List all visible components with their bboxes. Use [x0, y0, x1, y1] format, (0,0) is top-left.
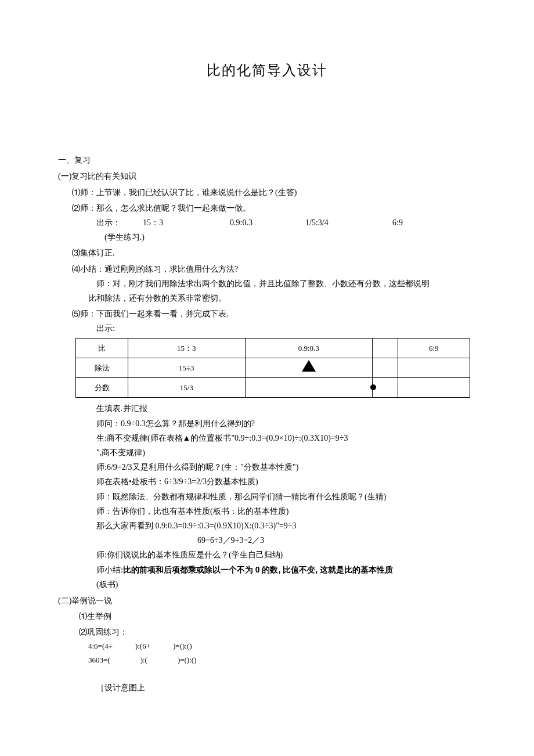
item-3: ⑶集体订正. [72, 246, 476, 260]
para-summary: 师小结:比的前项和后项都乘或除以一个不为 0 的数, 比值不变, 这就是比的基本… [96, 563, 476, 577]
table-row: 比 15：3 0.9:0.3 6:9 [76, 339, 470, 358]
cell-triangle [245, 358, 372, 378]
item-4-line-a: 师：对，刚才我们用除法求出两个数的比值，并且比值除了整数、小数还有分数，这些都说… [96, 276, 476, 291]
para-teacher-q3: 师:你们说说比的基本性质应是什么？(学生自己归纳) [96, 548, 476, 562]
para-board-note: (板书) [96, 577, 476, 592]
example-ratio-4: 6:9 [392, 215, 403, 230]
section-1-heading: 一、复习 [58, 153, 476, 167]
item-5: ⑸师：下面我们一起来看一看，并完成下表. [72, 307, 476, 321]
show-label: 出示： [96, 215, 143, 230]
para-student-a1: 生:商不变规律(师在表格▲的位置板书"0.9÷:0.3=(0.9×10)÷:(0… [96, 431, 476, 445]
cell-division-header: 除法 [76, 358, 128, 378]
para-teacher-q1: 师问：0.9÷0.3怎么算？那是利用什么得到的? [96, 416, 476, 431]
summary-bold: 比的前项和后项都乘或除以一个不为 0 的数, 比值不变, 这就是比的基本性质 [123, 565, 393, 574]
para-student-a1b: ",商不变规律) [96, 445, 476, 460]
example-ratio-3: 1/5:3/4 [305, 215, 392, 230]
summary-prefix: 师小结: [96, 566, 123, 574]
para-fill-report: 生填表.并汇报 [96, 401, 476, 416]
table-row: 除法 15÷3 [76, 358, 470, 378]
cell: 15÷3 [128, 358, 246, 378]
cell: 0.9:0.3 [245, 339, 372, 358]
para-teacher-guess: 师：既然除法、分数都有规律和性质，那么同学们猜一猜比有什么性质呢？(生猜) [96, 489, 476, 504]
show-label-2: 出示: [96, 321, 476, 336]
cell-ratio-header: 比 [76, 339, 128, 358]
cell-empty [398, 378, 470, 398]
para-equation-1: 那么大家再看到 0.9:0.3=0.9÷:0.3=(0.9X10)X:(0.3÷… [96, 519, 476, 533]
student-practice-note: (学生练习.) [104, 230, 476, 244]
table-row: 分数 15/3 [76, 378, 470, 398]
subsection-1-heading: (一)复习比的有关知识 [58, 169, 476, 183]
exercise-line-1: 4:6=(4÷ ):(6+ )=():() [88, 639, 476, 653]
example-item-1: ⑴生举例 [79, 609, 476, 624]
example-item-2: ⑵巩固练习： [79, 625, 476, 639]
cell-dot [372, 378, 398, 398]
para-board-write: 师在表格•处板书：6÷3/9÷3=2/3分数基本性质) [96, 474, 476, 489]
page-title: 比的化简导入设计 [58, 58, 476, 83]
ratio-table: 比 15：3 0.9:0.3 6:9 除法 15÷3 分数 15/3 [75, 338, 470, 398]
para-equation-2: 69=6÷3／9+3=2／3 [197, 533, 476, 548]
cell: 6:9 [398, 339, 470, 358]
example-values-row: 出示： 15：3 0.9:0.3 1/5:3/4 6:9 [96, 215, 476, 230]
para-teacher-q2: 师:6/9=2/3又是利用什么得到的呢？(生："分数基本性质") [96, 460, 476, 474]
cell-empty [372, 358, 398, 378]
cell: 15/3 [128, 378, 246, 398]
cell-empty [398, 358, 470, 378]
cell-empty [372, 339, 398, 358]
cell: 15：3 [128, 339, 246, 358]
item-1: ⑴师：上节课，我们已经认识了比，谁来说说什么是比？(生答) [72, 185, 476, 200]
example-ratio-2: 0.9:0.3 [230, 215, 305, 230]
design-intent: ［设计意图上 [96, 681, 476, 695]
cell-fraction-header: 分数 [76, 378, 128, 398]
cell-empty [245, 378, 372, 398]
triangle-icon [302, 360, 316, 372]
example-ratio-1: 15：3 [143, 215, 230, 230]
subsection-2-heading: (二)举例说一说 [58, 593, 476, 608]
item-2: ⑵师：那么，怎么求比值呢？我们一起来做一做。 [72, 201, 476, 215]
exercise-line-2: 3603=( ):( )=():() [88, 653, 476, 667]
para-teacher-tell: 师：告诉你们，比也有基本性质(板书：比的基本性质) [96, 504, 476, 519]
item-4-line-b: 比和除法，还有分数的关系非常密切。 [88, 291, 476, 305]
item-4: ⑷小结：通过刚刚的练习，求比值用什么方法? [72, 262, 476, 276]
dot-icon [370, 384, 376, 390]
